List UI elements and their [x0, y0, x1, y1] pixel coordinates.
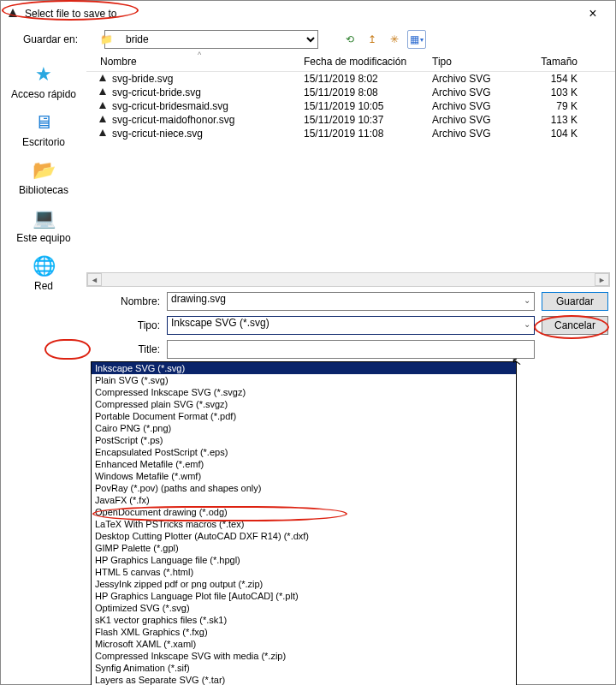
chevron-down-icon[interactable]: ⌄	[524, 295, 530, 305]
file-type: Archivo SVG	[432, 86, 526, 98]
title-label: Title:	[86, 343, 160, 355]
filetype-option[interactable]: Compressed Inkscape SVG with media (*.zi…	[92, 650, 516, 662]
place-icon: 💻	[30, 206, 57, 230]
filename-label: Nombre:	[86, 295, 160, 307]
file-name: svg-cricut-niece.svg	[112, 128, 203, 140]
filetype-dropdown[interactable]: Inkscape SVG (*.svg)Plain SVG (*.svg)Com…	[91, 361, 517, 685]
filetype-option[interactable]: Flash XML Graphics (*.fxg)	[92, 626, 516, 638]
filetype-combo[interactable]: Inkscape SVG (*.svg) ⌄	[167, 316, 535, 335]
filetype-label: Tipo:	[86, 319, 160, 331]
lookin-row: Guardar en: 📁 bride ⟲ ↥ ✳ ▦▾	[1, 27, 615, 52]
file-icon	[97, 114, 109, 126]
place-item[interactable]: 💻Este equipo	[1, 201, 86, 249]
place-item[interactable]: 🖥Escritorio	[1, 105, 86, 153]
file-type: Archivo SVG	[432, 73, 526, 85]
place-icon: ★	[30, 63, 57, 86]
file-name: svg-cricut-bridesmaid.svg	[112, 100, 228, 112]
file-size: 154 K	[526, 73, 578, 85]
filetype-option[interactable]: Windows Metafile (*.wmf)	[92, 470, 516, 482]
file-icon	[97, 73, 109, 85]
file-row[interactable]: svg-bride.svg15/11/2019 8:02Archivo SVG1…	[86, 72, 615, 86]
back-button[interactable]: ⟲	[341, 30, 359, 49]
filetype-option[interactable]: Cairo PNG (*.png)	[92, 422, 516, 434]
scroll-left-icon[interactable]: ◄	[87, 273, 102, 286]
hscrollbar[interactable]: ◄ ►	[86, 272, 610, 287]
filetype-option[interactable]: PostScript (*.ps)	[92, 434, 516, 446]
filetype-option[interactable]: GIMP Palette (*.gpl)	[92, 542, 516, 554]
up-button[interactable]: ↥	[363, 30, 382, 49]
filetype-option[interactable]: HP Graphics Language file (*.hpgl)	[92, 554, 516, 566]
file-date: 15/11/2019 8:08	[304, 86, 432, 98]
filetype-option[interactable]: Compressed plain SVG (*.svgz)	[92, 398, 516, 410]
filename-input[interactable]: drawing.svg ⌄	[167, 292, 535, 311]
filetype-option[interactable]: Desktop Cutting Plotter (AutoCAD DXF R14…	[92, 530, 516, 542]
file-row[interactable]: svg-cricut-niece.svg15/11/2019 11:08Arch…	[86, 127, 615, 140]
file-size: 104 K	[526, 128, 578, 140]
filetype-option[interactable]: Microsoft XAML (*.xaml)	[92, 638, 516, 650]
file-name: svg-cricut-maidofhonor.svg	[112, 114, 234, 126]
file-date: 15/11/2019 11:08	[304, 128, 432, 140]
file-icon	[97, 100, 109, 112]
file-row[interactable]: svg-cricut-bridesmaid.svg15/11/2019 10:0…	[86, 99, 615, 113]
file-date: 15/11/2019 8:02	[304, 73, 432, 85]
lookin-label: Guardar en:	[9, 33, 78, 45]
filetype-option[interactable]: Optimized SVG (*.svg)	[92, 602, 516, 614]
scroll-right-icon[interactable]: ►	[595, 273, 609, 286]
file-row[interactable]: svg-cricut-maidofhonor.svg15/11/2019 10:…	[86, 113, 615, 127]
place-icon: 📂	[30, 158, 57, 182]
col-size[interactable]: Tamaño	[526, 56, 578, 68]
scroll-track[interactable]	[102, 273, 595, 286]
col-type[interactable]: Tipo	[432, 56, 526, 68]
window-title: Select file to save to	[25, 8, 576, 20]
place-label: Este equipo	[4, 232, 83, 244]
filetype-option[interactable]: OpenDocument drawing (*.odg)	[92, 506, 516, 518]
file-name: svg-cricut-bride.svg	[112, 86, 201, 98]
filetype-option[interactable]: Plain SVG (*.svg)	[92, 374, 516, 386]
place-item[interactable]: 🌐Red	[1, 249, 86, 297]
file-row[interactable]: svg-cricut-bride.svg15/11/2019 8:08Archi…	[86, 86, 615, 99]
place-item[interactable]: 📂Bibliotecas	[1, 153, 86, 201]
file-date: 15/11/2019 10:05	[304, 100, 432, 112]
file-name: svg-bride.svg	[112, 73, 173, 85]
place-label: Bibliotecas	[4, 184, 83, 196]
filetype-option[interactable]: Encapsulated PostScript (*.eps)	[92, 446, 516, 458]
newfolder-button[interactable]: ✳	[385, 30, 404, 49]
place-label: Acceso rápido	[4, 88, 83, 100]
filetype-option[interactable]: HP Graphics Language Plot file [AutoCAD]…	[92, 590, 516, 602]
view-button[interactable]: ▦▾	[407, 30, 426, 49]
filetype-option[interactable]: Compressed Inkscape SVG (*.svgz)	[92, 386, 516, 398]
filetype-option[interactable]: sK1 vector graphics files (*.sk1)	[92, 614, 516, 626]
column-headers[interactable]: Nombre ^ Fecha de modificación Tipo Tama…	[86, 52, 615, 72]
titlebar: Select file to save to ×	[1, 1, 615, 27]
filetype-option[interactable]: PovRay (*.pov) (paths and shapes only)	[92, 482, 516, 494]
filetype-option[interactable]: JessyInk zipped pdf or png output (*.zip…	[92, 578, 516, 590]
file-size: 113 K	[526, 114, 578, 126]
place-item[interactable]: ★Acceso rápido	[1, 57, 86, 105]
title-input[interactable]	[167, 340, 535, 359]
file-type: Archivo SVG	[432, 128, 526, 140]
nav-buttons: ⟲ ↥ ✳ ▦▾	[341, 30, 426, 49]
filetype-option[interactable]: Synfig Animation (*.sif)	[92, 662, 516, 674]
file-size: 103 K	[526, 86, 578, 98]
filetype-option[interactable]: HTML 5 canvas (*.html)	[92, 566, 516, 578]
chevron-down-icon[interactable]: ⌄	[524, 319, 530, 329]
file-type: Archivo SVG	[432, 100, 526, 112]
filetype-option[interactable]: Inkscape SVG (*.svg)	[92, 362, 516, 374]
place-icon: 🌐	[30, 254, 57, 278]
lookin-combo[interactable]: bride	[104, 30, 318, 49]
filetype-option[interactable]: JavaFX (*.fx)	[92, 494, 516, 506]
filetype-option[interactable]: Enhanced Metafile (*.emf)	[92, 458, 516, 470]
app-icon	[6, 7, 20, 21]
save-button[interactable]: Guardar	[542, 292, 608, 311]
filetype-option[interactable]: Layers as Separate SVG (*.tar)	[92, 674, 516, 685]
col-date[interactable]: Fecha de modificación	[304, 56, 432, 68]
places-bar: ★Acceso rápido🖥Escritorio📂Bibliotecas💻Es…	[1, 52, 86, 364]
place-icon: 🖥	[30, 110, 57, 134]
file-icon	[97, 86, 109, 98]
filetype-option[interactable]: LaTeX With PSTricks macros (*.tex)	[92, 518, 516, 530]
close-button[interactable]: ×	[576, 6, 610, 21]
cancel-button[interactable]: Cancelar	[542, 316, 608, 335]
filetype-option[interactable]: Portable Document Format (*.pdf)	[92, 410, 516, 422]
place-label: Escritorio	[4, 136, 83, 148]
file-list: Nombre ^ Fecha de modificación Tipo Tama…	[86, 52, 615, 364]
